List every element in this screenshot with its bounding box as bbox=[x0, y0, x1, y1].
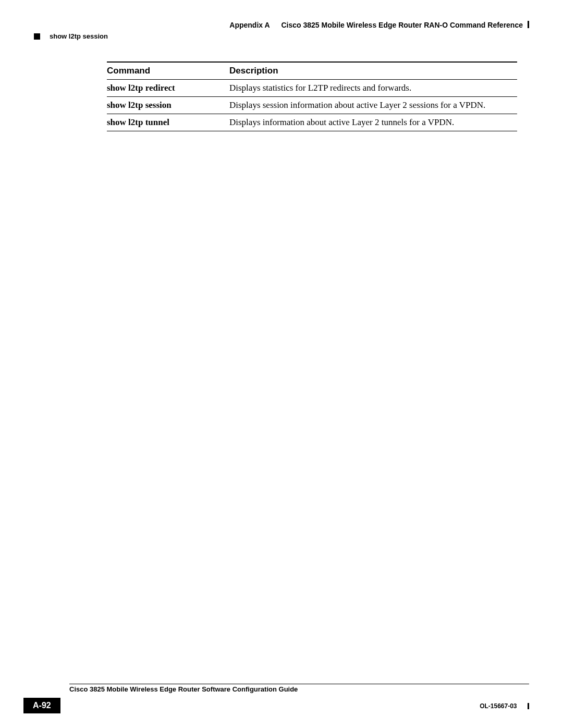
footer-marker-icon bbox=[528, 703, 529, 709]
desc-cell: Displays statistics for L2TP redirects a… bbox=[229, 80, 517, 97]
cmd-cell: show l2tp tunnel bbox=[107, 114, 229, 131]
cmd-cell: show l2tp session bbox=[107, 97, 229, 114]
doc-id-wrapper: OL-15667-03 bbox=[480, 701, 529, 710]
desc-cell: Displays session information about activ… bbox=[229, 97, 517, 114]
appendix-label: Appendix A bbox=[229, 21, 270, 29]
main-content: Command Description show l2tp redirect D… bbox=[107, 61, 517, 131]
section-title: show l2tp session bbox=[50, 32, 108, 40]
footer-bottom-row: A-92 OL-15667-03 bbox=[23, 698, 529, 713]
col-header-description: Description bbox=[229, 62, 517, 80]
table-row: show l2tp session Displays session infor… bbox=[107, 97, 517, 114]
table-row: show l2tp tunnel Displays information ab… bbox=[107, 114, 517, 131]
header-sub-line: show l2tp session bbox=[34, 32, 529, 40]
command-table: Command Description show l2tp redirect D… bbox=[107, 61, 517, 131]
header-top-line: Appendix A Cisco 3825 Mobile Wireless Ed… bbox=[34, 21, 529, 29]
square-icon bbox=[34, 33, 40, 40]
page-number-badge: A-92 bbox=[23, 698, 60, 713]
col-header-command: Command bbox=[107, 62, 229, 80]
footer-guide-title: Cisco 3825 Mobile Wireless Edge Router S… bbox=[69, 685, 302, 693]
desc-cell: Displays information about active Layer … bbox=[229, 114, 517, 131]
table-row: show l2tp redirect Displays statistics f… bbox=[107, 80, 517, 97]
page-footer: Cisco 3825 Mobile Wireless Edge Router S… bbox=[23, 684, 529, 713]
document-id: OL-15667-03 bbox=[480, 702, 522, 710]
table-header-row: Command Description bbox=[107, 62, 517, 80]
header-marker-icon bbox=[528, 21, 529, 28]
page-header: Appendix A Cisco 3825 Mobile Wireless Ed… bbox=[34, 21, 529, 40]
header-title: Cisco 3825 Mobile Wireless Edge Router R… bbox=[281, 21, 523, 29]
cmd-cell: show l2tp redirect bbox=[107, 80, 229, 97]
footer-divider bbox=[69, 684, 529, 684]
